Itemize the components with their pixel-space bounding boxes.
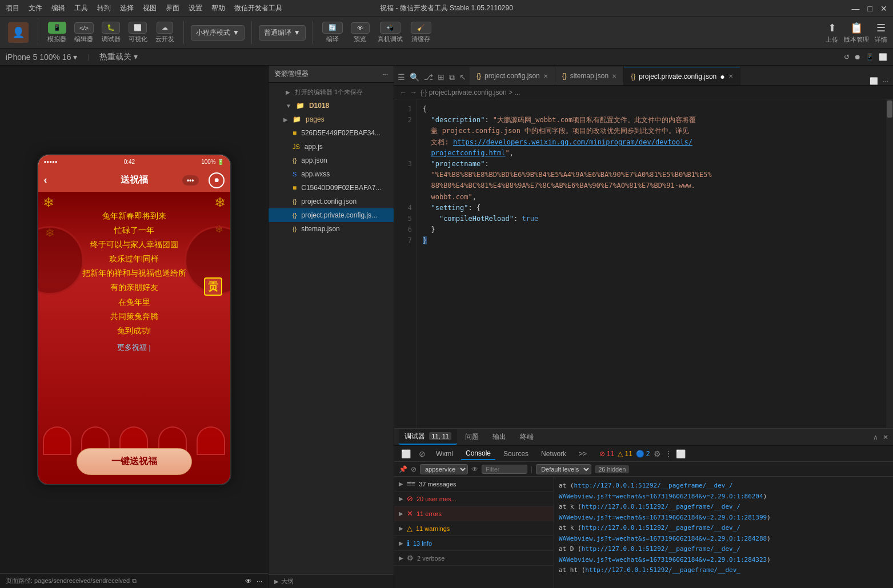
gear-icon[interactable]: ⚙ (654, 449, 661, 458)
clear-console-icon[interactable]: ⊘ (417, 448, 428, 460)
cursor-icon[interactable]: ↖ (459, 73, 466, 82)
file-projectconfig[interactable]: {} project.config.json (269, 195, 394, 208)
menu-edit[interactable]: 编辑 (51, 3, 65, 13)
menu-project[interactable]: 项目 (6, 3, 19, 13)
console-item-errors[interactable]: ▶ ✕ 11 errors (394, 506, 554, 521)
menu-goto[interactable]: 转到 (97, 3, 111, 13)
window-controls[interactable]: — □ ✕ (852, 4, 887, 13)
record-button[interactable]: ⏺ (209, 172, 225, 188)
maximize-button[interactable]: □ (868, 4, 872, 13)
menu-help[interactable]: 帮助 (211, 3, 225, 13)
terminal-tab[interactable]: 终端 (514, 430, 539, 444)
outline-header[interactable]: ▶ 大纲 (269, 574, 394, 588)
minimize-button[interactable]: — (852, 4, 860, 13)
split-editor-icon[interactable]: ⬜ (870, 77, 878, 85)
menu-view[interactable]: 视图 (143, 3, 157, 13)
tab-sources[interactable]: Sources (499, 448, 533, 460)
refresh-button[interactable]: ↺ (844, 53, 850, 61)
editor-button[interactable]: </> (74, 22, 94, 34)
real-device-button[interactable]: 📲 (380, 22, 401, 34)
editor-scrollbar[interactable] (886, 99, 893, 428)
collapse-panel-icon[interactable]: ∧ (873, 433, 878, 441)
version-btn-group[interactable]: 📋 版本管理 (844, 22, 869, 44)
tab-network[interactable]: Network (536, 448, 571, 460)
console-item-messages[interactable]: ▶ ≡≡ 37 messages (394, 477, 554, 492)
detail-link-7[interactable]: http://127.0.0.1:51292/__pageframe/__dev… (582, 545, 740, 553)
more-tabs-icon[interactable]: ··· (883, 77, 888, 85)
tab-sitemap-close[interactable]: ✕ (612, 73, 616, 79)
tab-more[interactable]: >> (574, 448, 591, 460)
tab-projectconfig[interactable]: {} project.config.json ✕ (470, 67, 555, 85)
tab-wxml[interactable]: Wxml (431, 448, 458, 460)
detail-link-6[interactable]: WAWebview.js?t=wechat&s=1673196062184&v=… (559, 535, 767, 542)
tab-projectprivate-close[interactable]: ✕ (728, 73, 733, 79)
search-icon[interactable]: 🔍 (410, 73, 419, 82)
detail-btn-group[interactable]: ☰ 详情 (875, 22, 887, 44)
open-editors-header[interactable]: ▶ 打开的编辑器 1个未保存 (269, 85, 394, 99)
grid-icon[interactable]: ⊞ (438, 73, 445, 82)
file-appjs[interactable]: JS app.js (269, 140, 394, 154)
user-avatar[interactable]: 👤 (8, 22, 29, 43)
debugger-tab[interactable]: 调试器 11, 11 (399, 429, 457, 445)
detail-link-2[interactable]: WAWebview.js?t=wechat&s=1673196062184&v=… (559, 493, 763, 500)
more-console-icon[interactable]: ⋮ (664, 449, 672, 458)
forward-nav-icon[interactable]: → (410, 88, 417, 96)
level-selector[interactable]: Default levels (536, 464, 591, 474)
tab-projectprivate[interactable]: {} project.private.config.json ● ✕ (624, 67, 740, 85)
file-c156[interactable]: ■ C15640D09F02EBAFA7... (269, 181, 394, 195)
rotate-button[interactable]: ⬜ (879, 53, 887, 61)
detail-link-8[interactable]: WAWebview.js?t=wechat&s=1673196062184&v=… (559, 556, 767, 563)
context-selector[interactable]: appservice (420, 464, 468, 474)
eye-icon[interactable]: 👁 (245, 577, 252, 585)
preview-button[interactable]: 👁 (351, 22, 370, 34)
close-button[interactable]: ✕ (880, 4, 887, 13)
output-tab[interactable]: 输出 (487, 430, 512, 444)
project-folder[interactable]: ▼ 📁 D1018 (269, 99, 394, 112)
console-item-warnings[interactable]: ▶ △ 11 warnings (394, 521, 554, 536)
detail-link-9[interactable]: http://127.0.0.1:51292/__pageframe/__dev… (585, 566, 740, 574)
hot-reload-toggle[interactable]: 热重载关 ▾ (99, 52, 138, 62)
file-panel-options[interactable]: ··· (382, 70, 388, 78)
menu-file[interactable]: 文件 (29, 3, 42, 13)
menu-bar[interactable]: 项目 文件 编辑 工具 转到 选择 视图 界面 设置 帮助 微信开发者工具 (6, 3, 282, 13)
tab-sitemap[interactable]: {} sitemap.json ✕ (555, 67, 624, 85)
menu-weixin[interactable]: 微信开发者工具 (234, 3, 282, 13)
phone-button[interactable]: 📱 (866, 53, 874, 61)
console-filter-input[interactable] (482, 465, 527, 474)
more-blessing-link[interactable]: 更多祝福 | (117, 343, 151, 353)
more-button[interactable]: ••• (182, 175, 199, 186)
back-button[interactable]: ‹ (44, 174, 47, 186)
file-projectprivate[interactable]: {} project.private.config.js... (269, 208, 394, 222)
file-appjson[interactable]: {} app.json (269, 154, 394, 167)
menu-select[interactable]: 选择 (120, 3, 134, 13)
no-filter-icon[interactable]: ⊘ (411, 465, 417, 473)
console-item-info[interactable]: ▶ ℹ 13 info (394, 536, 554, 551)
close-panel-icon[interactable]: ✕ (883, 433, 888, 441)
file-sitemap[interactable]: {} sitemap.json (269, 222, 394, 236)
menu-interface[interactable]: 界面 (166, 3, 179, 13)
console-item-verbose[interactable]: ▶ ⚙ 2 verbose (394, 551, 554, 566)
cloud-button[interactable]: ☁ (157, 22, 173, 34)
detail-link-1[interactable]: http://127.0.0.1:51292/__pageframe/__dev… (574, 482, 733, 489)
upload-btn-group[interactable]: ⬆ 上传 (826, 22, 838, 44)
copy-path-icon[interactable]: ⧉ (132, 577, 137, 585)
compile-dropdown[interactable]: 普通编译 ▼ (259, 25, 306, 41)
send-blessing-button[interactable]: 一键送祝福 (77, 448, 192, 475)
console-item-user-messages[interactable]: ▶ ⊘ 20 user mes... (394, 492, 554, 506)
menu-tool[interactable]: 工具 (74, 3, 88, 13)
tab-projectconfig-close[interactable]: ✕ (543, 73, 548, 79)
detail-link-4[interactable]: WAWebview.js?t=wechat&s=1673196062184&v=… (559, 514, 767, 521)
code-editor[interactable]: 1 2 3 4 5 6 7 (394, 99, 893, 428)
visualize-button[interactable]: ⬜ (129, 22, 147, 34)
mode-dropdown[interactable]: 小程序模式 ▼ (191, 25, 245, 41)
file-appwxss[interactable]: S app.wxss (269, 167, 394, 181)
console-panel-icon[interactable]: ⬜ (399, 448, 413, 460)
file-526d[interactable]: ■ 526D5E449F02EBAF34... (269, 126, 394, 140)
menu-settings[interactable]: 设置 (189, 3, 202, 13)
device-selector[interactable]: iPhone 5 100% 16 ▾ (6, 53, 77, 62)
more-options-icon[interactable]: ··· (257, 577, 262, 585)
issues-tab[interactable]: 问题 (459, 430, 484, 444)
back-nav-icon[interactable]: ← (400, 88, 407, 96)
code-content[interactable]: { "description": "大鹏源码网_wobbt.com项目私有配置文… (417, 99, 886, 428)
simulator-button[interactable]: 📱 (48, 22, 66, 34)
